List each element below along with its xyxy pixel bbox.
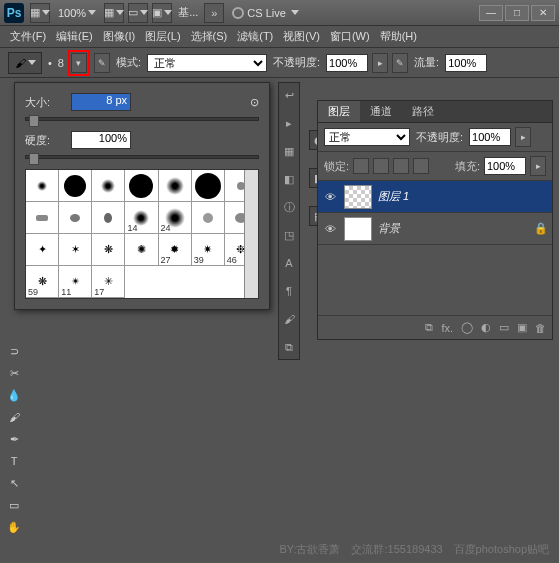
menu-filter[interactable]: 滤镜(T) <box>233 27 277 46</box>
minimize-button[interactable]: — <box>479 5 503 21</box>
cs-live[interactable]: CS Live <box>232 7 299 19</box>
brush-swatch[interactable]: ✹27 <box>159 234 192 266</box>
tab-channels[interactable]: 通道 <box>360 101 402 122</box>
brush-swatch[interactable] <box>26 202 59 234</box>
lock-transparency-icon[interactable] <box>353 158 369 174</box>
brush-swatch[interactable] <box>59 202 92 234</box>
layer-thumbnail[interactable] <box>344 185 372 209</box>
brush-swatch[interactable] <box>59 170 92 202</box>
hand-tool[interactable]: ✋ <box>2 516 26 538</box>
pen-tool[interactable]: ✒ <box>2 428 26 450</box>
fill-flyout[interactable]: ▸ <box>530 156 546 176</box>
menu-view[interactable]: 视图(V) <box>279 27 324 46</box>
pressure-opacity-icon[interactable]: ✎ <box>392 53 408 73</box>
arrange-icon[interactable]: ▭ <box>128 3 148 23</box>
menu-help[interactable]: 帮助(H) <box>376 27 421 46</box>
brush-panel-toggle[interactable]: ✎ <box>94 53 110 73</box>
doc-nav-icon[interactable]: » <box>204 3 224 23</box>
blend-mode-select[interactable]: 正常 <box>147 54 267 72</box>
bridge-icon[interactable]: ▦ <box>30 3 50 23</box>
hardness-slider[interactable] <box>25 155 259 159</box>
char-icon[interactable]: A <box>281 255 297 271</box>
navigator-icon[interactable]: ◳ <box>281 227 297 243</box>
styles-icon[interactable]: ◧ <box>281 171 297 187</box>
path-tool[interactable]: ↖ <box>2 472 26 494</box>
brush-swatch[interactable]: 14 <box>125 202 158 234</box>
brush-swatch[interactable] <box>92 202 125 234</box>
group-icon[interactable]: ▭ <box>499 321 509 334</box>
layer-row[interactable]: 👁 背景 🔒 <box>318 213 552 245</box>
menu-layer[interactable]: 图层(L) <box>141 27 184 46</box>
lock-pixels-icon[interactable] <box>373 158 389 174</box>
visibility-icon[interactable]: 👁 <box>322 221 338 237</box>
lasso-tool[interactable]: ⊃ <box>2 340 26 362</box>
visibility-icon[interactable]: 👁 <box>322 189 338 205</box>
brush-swatch[interactable]: ✳17 <box>92 266 125 298</box>
brush-swatch[interactable]: ✴11 <box>59 266 92 298</box>
menu-window[interactable]: 窗口(W) <box>326 27 374 46</box>
brush-swatch[interactable]: ✷39 <box>192 234 225 266</box>
para-icon[interactable]: ¶ <box>281 283 297 299</box>
shape-tool[interactable]: ▭ <box>2 494 26 516</box>
menu-edit[interactable]: 编辑(E) <box>52 27 97 46</box>
brush-icon[interactable]: 🖌 <box>281 311 297 327</box>
panel-menu-icon[interactable]: ⊙ <box>250 96 259 109</box>
clone-icon[interactable]: ⧉ <box>281 339 297 355</box>
mask-icon[interactable]: ◯ <box>461 321 473 334</box>
tool-preset-picker[interactable]: 🖌 <box>8 52 42 74</box>
brush-swatch[interactable] <box>192 202 225 234</box>
close-button[interactable]: ✕ <box>531 5 555 21</box>
brush-swatch[interactable]: ✦ <box>26 234 59 266</box>
info-icon[interactable]: ⓘ <box>281 199 297 215</box>
opacity-flyout[interactable]: ▸ <box>372 53 388 73</box>
size-input[interactable]: 8 px <box>71 93 131 111</box>
size-slider[interactable] <box>25 117 259 121</box>
tab-layers[interactable]: 图层 <box>318 101 360 122</box>
lock-position-icon[interactable] <box>393 158 409 174</box>
brush-swatch[interactable] <box>192 170 225 202</box>
view-extras-icon[interactable]: ▦ <box>104 3 124 23</box>
maximize-button[interactable]: □ <box>505 5 529 21</box>
brush-swatch[interactable] <box>125 170 158 202</box>
actions-icon[interactable]: ▸ <box>281 115 297 131</box>
delete-layer-icon[interactable]: 🗑 <box>535 322 546 334</box>
new-layer-icon[interactable]: ▣ <box>517 321 527 334</box>
screenmode-icon[interactable]: ▣ <box>152 3 172 23</box>
type-tool[interactable]: T <box>2 450 26 472</box>
adjustment-layer-icon[interactable]: ◐ <box>481 321 491 334</box>
brush-swatch[interactable]: ✶ <box>59 234 92 266</box>
brush-swatch[interactable] <box>92 170 125 202</box>
fill-input[interactable] <box>484 157 526 175</box>
brush-swatch[interactable]: ❋ <box>92 234 125 266</box>
menu-file[interactable]: 文件(F) <box>6 27 50 46</box>
layer-thumbnail[interactable] <box>344 217 372 241</box>
layer-row[interactable]: 👁 图层 1 <box>318 181 552 213</box>
brush-swatch[interactable] <box>26 170 59 202</box>
brush-grid-scrollbar[interactable] <box>244 170 258 298</box>
link-layers-icon[interactable]: ⧉ <box>425 321 433 334</box>
layer-opacity-flyout[interactable]: ▸ <box>515 127 531 147</box>
lock-all-icon[interactable] <box>413 158 429 174</box>
layer-opacity-input[interactable] <box>469 128 511 146</box>
flow-input[interactable] <box>445 54 487 72</box>
swatches-icon[interactable]: ▦ <box>281 143 297 159</box>
brush-swatch[interactable]: ❋59 <box>26 266 59 298</box>
crop-tool[interactable]: ✂ <box>2 362 26 384</box>
layer-name[interactable]: 背景 <box>378 221 400 236</box>
eyedropper-tool[interactable]: 💧 <box>2 384 26 406</box>
menu-select[interactable]: 选择(S) <box>187 27 232 46</box>
menu-image[interactable]: 图像(I) <box>99 27 139 46</box>
history-icon[interactable]: ↩ <box>281 87 297 103</box>
tab-paths[interactable]: 路径 <box>402 101 444 122</box>
layer-name[interactable]: 图层 1 <box>378 189 409 204</box>
brush-preset-dropdown[interactable]: ▾ <box>68 50 90 76</box>
brush-swatch[interactable] <box>159 170 192 202</box>
fx-icon[interactable]: fx. <box>441 322 453 334</box>
brush-swatch[interactable]: ✺ <box>125 234 158 266</box>
layer-blend-select[interactable]: 正常 <box>324 128 410 146</box>
zoom-level[interactable]: 100% <box>58 7 96 19</box>
opacity-input[interactable] <box>326 54 368 72</box>
brush-tool[interactable]: 🖌 <box>2 406 26 428</box>
brush-swatch[interactable]: 24 <box>159 202 192 234</box>
hardness-input[interactable]: 100% <box>71 131 131 149</box>
